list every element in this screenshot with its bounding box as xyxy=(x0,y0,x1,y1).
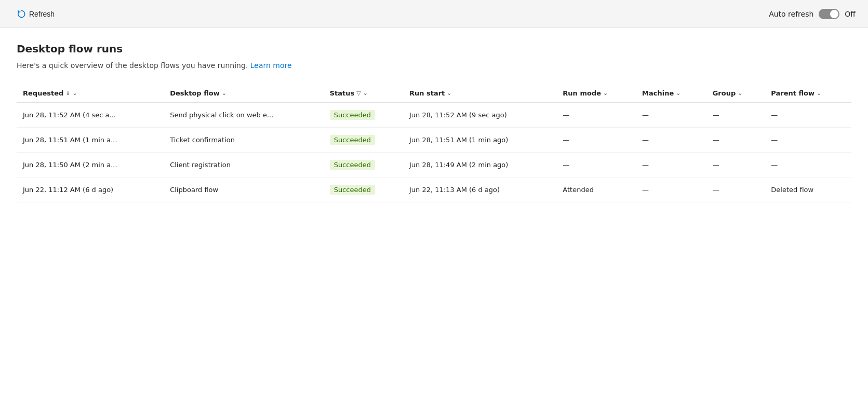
toggle-switch[interactable] xyxy=(819,9,839,19)
toolbar-left: Refresh xyxy=(12,7,59,21)
col-run-mode[interactable]: Run mode ⌄ xyxy=(556,84,636,103)
cell-run_mode-2: — xyxy=(556,153,636,177)
page-description: Here's a quick overview of the desktop f… xyxy=(17,61,851,70)
auto-refresh-label: Auto refresh xyxy=(769,10,813,18)
cell-parent_flow-1: — xyxy=(765,128,851,153)
refresh-icon xyxy=(17,9,26,19)
toggle-state-label: Off xyxy=(845,10,856,18)
table-header: Requested ↓ ⌄ Desktop flow ⌄ Status ▽ xyxy=(17,84,851,103)
description-text: Here's a quick overview of the desktop f… xyxy=(17,61,248,70)
header-row: Requested ↓ ⌄ Desktop flow ⌄ Status ▽ xyxy=(17,84,851,103)
cell-group-1: — xyxy=(706,128,765,153)
col-run-mode-label: Run mode xyxy=(563,89,601,97)
cell-requested-1: Jun 28, 11:51 AM (1 min a... xyxy=(17,128,164,153)
status-badge: Succeeded xyxy=(330,185,375,195)
cell-run_start-0: Jun 28, 11:52 AM (9 sec ago) xyxy=(403,103,556,128)
chevron-desktop-flow-icon: ⌄ xyxy=(222,90,226,97)
cell-requested-2: Jun 28, 11:50 AM (2 min a... xyxy=(17,153,164,177)
chevron-status-icon: ⌄ xyxy=(363,90,368,97)
cell-run_start-2: Jun 28, 11:49 AM (2 min ago) xyxy=(403,153,556,177)
cell-desktop_flow-0: Send physical click on web e... xyxy=(164,103,323,128)
chevron-parent-flow-icon: ⌄ xyxy=(817,90,821,97)
filter-status-icon: ▽ xyxy=(356,90,360,97)
cell-run_mode-0: — xyxy=(556,103,636,128)
chevron-group-icon: ⌄ xyxy=(738,90,742,97)
table-row[interactable]: Jun 28, 11:51 AM (1 min a...Ticket confi… xyxy=(17,128,851,153)
table-row[interactable]: Jun 28, 11:52 AM (4 sec a...Send physica… xyxy=(17,103,851,128)
sort-down-icon: ↓ xyxy=(65,90,70,97)
cell-status-1: Succeeded xyxy=(324,128,403,153)
cell-group-0: — xyxy=(706,103,765,128)
cell-group-3: — xyxy=(706,177,765,202)
col-run-start-label: Run start xyxy=(409,89,445,97)
cell-desktop_flow-2: Client registration xyxy=(164,153,323,177)
refresh-button[interactable]: Refresh xyxy=(12,7,59,21)
data-table: Requested ↓ ⌄ Desktop flow ⌄ Status ▽ xyxy=(17,84,851,202)
table-body: Jun 28, 11:52 AM (4 sec a...Send physica… xyxy=(17,103,851,202)
status-badge: Succeeded xyxy=(330,110,375,120)
cell-machine-0: — xyxy=(636,103,706,128)
cell-run_mode-3: Attended xyxy=(556,177,636,202)
cell-status-2: Succeeded xyxy=(324,153,403,177)
cell-parent_flow-0: — xyxy=(765,103,851,128)
chevron-run-mode-icon: ⌄ xyxy=(603,90,608,97)
cell-desktop_flow-1: Ticket confirmation xyxy=(164,128,323,153)
col-parent-flow[interactable]: Parent flow ⌄ xyxy=(765,84,851,103)
col-parent-flow-label: Parent flow xyxy=(771,89,814,97)
cell-requested-3: Jun 22, 11:12 AM (6 d ago) xyxy=(17,177,164,202)
chevron-machine-icon: ⌄ xyxy=(676,90,680,97)
toggle-knob xyxy=(830,10,838,18)
cell-requested-0: Jun 28, 11:52 AM (4 sec a... xyxy=(17,103,164,128)
cell-status-3: Succeeded xyxy=(324,177,403,202)
page-title: Desktop flow runs xyxy=(17,43,851,55)
col-run-start[interactable]: Run start ⌄ xyxy=(403,84,556,103)
cell-machine-1: — xyxy=(636,128,706,153)
cell-desktop_flow-3: Clipboard flow xyxy=(164,177,323,202)
main-content: Desktop flow runs Here's a quick overvie… xyxy=(0,28,868,396)
col-requested-label: Requested xyxy=(23,89,63,97)
cell-machine-3: — xyxy=(636,177,706,202)
col-status[interactable]: Status ▽ ⌄ xyxy=(324,84,403,103)
refresh-label: Refresh xyxy=(29,10,55,18)
col-group[interactable]: Group ⌄ xyxy=(706,84,765,103)
col-group-label: Group xyxy=(713,89,736,97)
col-desktop-flow[interactable]: Desktop flow ⌄ xyxy=(164,84,323,103)
col-status-label: Status xyxy=(330,89,355,97)
toolbar-right: Auto refresh Off xyxy=(769,9,856,19)
cell-parent_flow-3: Deleted flow xyxy=(765,177,851,202)
auto-refresh-toggle[interactable] xyxy=(819,9,839,19)
learn-more-link[interactable]: Learn more xyxy=(250,61,292,70)
col-machine[interactable]: Machine ⌄ xyxy=(636,84,706,103)
table-row[interactable]: Jun 28, 11:50 AM (2 min a...Client regis… xyxy=(17,153,851,177)
col-machine-label: Machine xyxy=(642,89,674,97)
cell-status-0: Succeeded xyxy=(324,103,403,128)
status-badge: Succeeded xyxy=(330,135,375,145)
cell-group-2: — xyxy=(706,153,765,177)
cell-run_mode-1: — xyxy=(556,128,636,153)
status-badge: Succeeded xyxy=(330,160,375,170)
cell-run_start-3: Jun 22, 11:13 AM (6 d ago) xyxy=(403,177,556,202)
chevron-run-start-icon: ⌄ xyxy=(447,90,451,97)
chevron-requested-icon: ⌄ xyxy=(73,90,77,97)
cell-parent_flow-2: — xyxy=(765,153,851,177)
col-desktop-flow-label: Desktop flow xyxy=(170,89,220,97)
cell-run_start-1: Jun 28, 11:51 AM (1 min ago) xyxy=(403,128,556,153)
toolbar: Refresh Auto refresh Off xyxy=(0,0,868,28)
col-requested[interactable]: Requested ↓ ⌄ xyxy=(17,84,164,103)
cell-machine-2: — xyxy=(636,153,706,177)
table-row[interactable]: Jun 22, 11:12 AM (6 d ago)Clipboard flow… xyxy=(17,177,851,202)
